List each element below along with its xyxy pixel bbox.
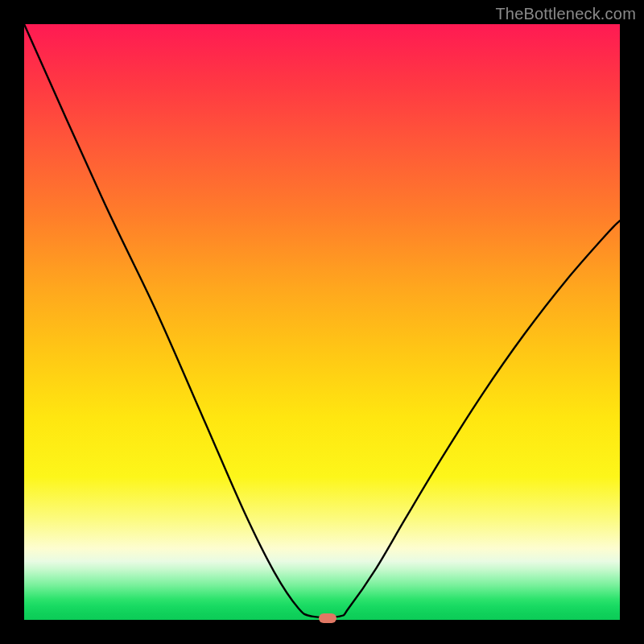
bottleneck-curve (24, 24, 620, 620)
watermark-text: TheBottleneck.com (495, 5, 636, 23)
chart-plot-area (24, 24, 620, 620)
chart-frame: TheBottleneck.com (0, 0, 644, 644)
optimal-point-marker (319, 613, 336, 623)
